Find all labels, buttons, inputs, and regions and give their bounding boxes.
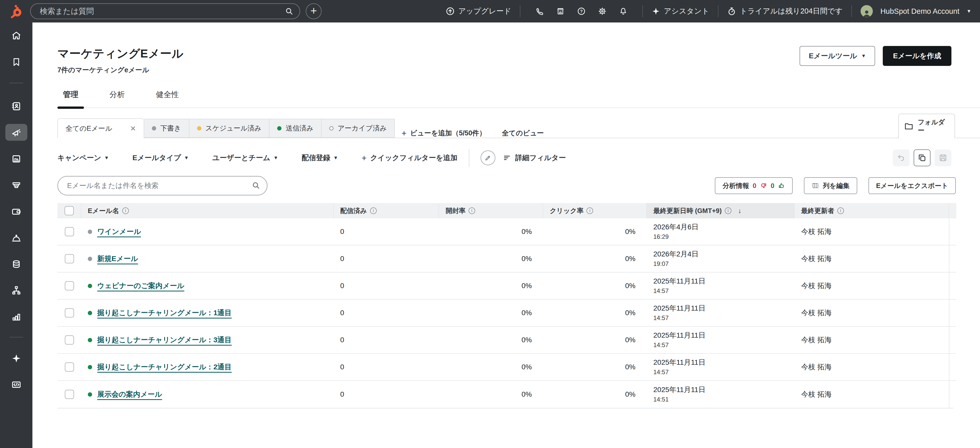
upgrade-button[interactable]: アップグレード bbox=[445, 6, 511, 16]
sidebar-divider bbox=[10, 83, 23, 83]
email-name-link[interactable]: 新規Eメール bbox=[97, 254, 138, 264]
export-emails-button[interactable]: Eメールをエクスポート bbox=[869, 177, 956, 194]
insights-button[interactable]: 分析情報 0 0 bbox=[715, 177, 793, 194]
row-checkbox[interactable] bbox=[65, 362, 74, 371]
settings-icon[interactable] bbox=[598, 7, 607, 16]
sidebar-item-service[interactable] bbox=[5, 225, 27, 251]
all-views-link[interactable]: 全てのビュー bbox=[502, 129, 544, 138]
account-menu[interactable]: HubSpot Demo Account ▼ bbox=[861, 5, 971, 18]
folder-tab-label: フォルダー bbox=[918, 118, 948, 135]
sort-descending-icon[interactable]: ↓ bbox=[738, 207, 741, 215]
updated-at-cell: 2026年4月6日16:29 bbox=[647, 218, 794, 245]
email-name-link[interactable]: 展示会の案内メール bbox=[97, 389, 162, 399]
sidebar-item-ai[interactable] bbox=[5, 345, 27, 371]
add-quick-filter-button[interactable]: + クイックフィルターを追加 bbox=[362, 153, 458, 163]
tab-analyze[interactable]: 分析 bbox=[104, 89, 130, 108]
sidebar-item-content[interactable] bbox=[5, 145, 27, 172]
close-icon[interactable]: ✕ bbox=[130, 124, 136, 133]
row-checkbox[interactable] bbox=[65, 308, 74, 317]
calling-icon[interactable] bbox=[535, 7, 544, 16]
tab-health[interactable]: 健全性 bbox=[150, 89, 185, 108]
view-tab-all-emails[interactable]: 全てのEメール ✕ bbox=[57, 118, 144, 138]
assistant-button[interactable]: アシスタント bbox=[652, 6, 709, 16]
sidebar-item-commerce[interactable] bbox=[5, 172, 27, 198]
global-search-input[interactable] bbox=[30, 3, 300, 19]
edit-filters-button[interactable] bbox=[480, 150, 495, 165]
add-view-button[interactable]: + ビューを追加（5/50件） bbox=[401, 129, 486, 138]
filter-subscription[interactable]: 配信登録▼ bbox=[302, 153, 338, 163]
chevron-down-icon: ▼ bbox=[861, 53, 866, 59]
create-email-button[interactable]: Eメールを作成 bbox=[883, 46, 951, 66]
advanced-filters-button[interactable]: 詳細フィルター bbox=[503, 153, 566, 163]
row-checkbox[interactable] bbox=[65, 335, 74, 344]
sidebar-item-bookmarks[interactable] bbox=[5, 49, 27, 75]
info-icon[interactable]: i bbox=[122, 207, 129, 214]
column-header-open-rate[interactable]: 開封率i bbox=[439, 203, 543, 218]
row-checkbox[interactable] bbox=[65, 254, 74, 263]
search-icon[interactable] bbox=[285, 7, 293, 16]
column-header-updated-at[interactable]: 最終更新日時 (GMT+9)i↓ bbox=[647, 203, 794, 218]
select-all-checkbox[interactable] bbox=[65, 206, 74, 215]
hubspot-logo-icon[interactable] bbox=[9, 4, 23, 18]
open-rate-value: 0% bbox=[439, 300, 543, 326]
row-spacer bbox=[949, 381, 956, 408]
notifications-icon[interactable] bbox=[619, 7, 628, 16]
delivered-value: 0 bbox=[334, 273, 439, 299]
email-search-input[interactable] bbox=[57, 176, 267, 195]
edit-columns-button[interactable]: 列を編集 bbox=[804, 177, 857, 194]
stopwatch-icon bbox=[727, 6, 736, 16]
filter-users-teams[interactable]: ユーザーとチーム▼ bbox=[212, 153, 278, 163]
view-tab-archived[interactable]: アーカイブ済み bbox=[321, 119, 395, 138]
trial-status[interactable]: トライアルは残り204日間です bbox=[727, 6, 843, 16]
duplicate-view-button[interactable] bbox=[914, 150, 931, 166]
sidebar-item-home[interactable] bbox=[5, 22, 27, 49]
sidebar-item-automations[interactable] bbox=[5, 277, 27, 303]
row-checkbox[interactable] bbox=[65, 390, 74, 399]
row-checkbox[interactable] bbox=[65, 227, 74, 236]
email-name-link[interactable]: 掘り起こしナーチャリングメール：2通目 bbox=[97, 362, 232, 372]
topbar-divider bbox=[642, 5, 643, 17]
tab-manage[interactable]: 管理 bbox=[57, 89, 84, 108]
add-view-label: ビューを追加（5/50件） bbox=[410, 129, 486, 138]
save-view-button[interactable] bbox=[935, 150, 951, 166]
row-checkbox[interactable] bbox=[65, 281, 74, 290]
folder-icon bbox=[904, 121, 914, 131]
view-tabs-bar: 全てのEメール ✕ 下書き スケジュール済み 送信済み アーカイブ済み + ビュ… bbox=[57, 119, 980, 138]
view-tab-scheduled[interactable]: スケジュール済み bbox=[189, 119, 270, 138]
page-subtitle: 7件のマーケティングeメール bbox=[57, 65, 183, 75]
filter-campaign[interactable]: キャンペーン▼ bbox=[57, 153, 109, 163]
sidebar-item-reporting[interactable] bbox=[5, 303, 27, 330]
info-icon[interactable]: i bbox=[725, 207, 732, 214]
column-header-updated-by[interactable]: 最終更新者i bbox=[794, 203, 949, 218]
folder-tab[interactable]: フォルダー bbox=[898, 114, 955, 138]
sidebar-item-marketing[interactable] bbox=[5, 124, 27, 141]
global-search bbox=[30, 3, 300, 19]
global-create-button[interactable]: + bbox=[306, 3, 321, 19]
help-icon[interactable]: ? bbox=[577, 7, 586, 16]
column-header-click-rate[interactable]: クリック率i bbox=[543, 203, 647, 218]
info-icon[interactable]: i bbox=[587, 207, 593, 214]
info-icon[interactable]: i bbox=[837, 207, 844, 214]
sidebar-item-payments[interactable] bbox=[5, 198, 27, 225]
delivered-value: 0 bbox=[334, 354, 439, 380]
updated-at-cell: 2025年11月11日14:57 bbox=[647, 300, 794, 326]
filter-email-type[interactable]: Eメールタイプ▼ bbox=[132, 153, 189, 163]
undo-view-button[interactable] bbox=[893, 150, 910, 166]
sidebar-item-developer[interactable] bbox=[5, 371, 27, 398]
email-name-link[interactable]: ワインメール bbox=[97, 227, 141, 236]
sidebar-item-data[interactable] bbox=[5, 251, 27, 277]
info-icon[interactable]: i bbox=[469, 207, 475, 214]
marketplace-icon[interactable] bbox=[556, 7, 565, 16]
column-header-delivered[interactable]: 配信済みi bbox=[334, 203, 439, 218]
view-tab-drafts[interactable]: 下書き bbox=[144, 119, 189, 138]
email-name-link[interactable]: 掘り起こしナーチャリングメール：1通目 bbox=[97, 308, 232, 318]
emails-table: Eメール名i 配信済みi 開封率i クリック率i 最終更新日時 (GMT+9)i… bbox=[57, 203, 956, 408]
column-header-name[interactable]: Eメール名i bbox=[81, 203, 334, 218]
info-icon[interactable]: i bbox=[370, 207, 377, 214]
email-name-link[interactable]: ウェビナーのご案内メール bbox=[97, 281, 184, 291]
sidebar-item-contacts[interactable] bbox=[5, 93, 27, 119]
email-tools-button[interactable]: Eメールツール ▼ bbox=[800, 46, 875, 66]
updated-at-cell: 2025年11月11日14:57 bbox=[647, 354, 794, 380]
email-name-link[interactable]: 掘り起こしナーチャリングメール：3通目 bbox=[97, 335, 232, 345]
view-tab-sent[interactable]: 送信済み bbox=[269, 119, 321, 138]
